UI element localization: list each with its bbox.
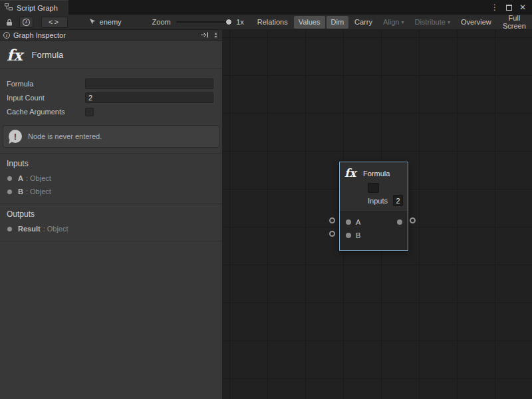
port-row-b: B — [340, 230, 408, 240]
info-button[interactable]: i — [19, 17, 33, 28]
input-port-a-icon[interactable] — [346, 219, 351, 225]
dim-button[interactable]: Dim — [327, 16, 349, 29]
node-fields: Formula Input Count Cache Arguments — [0, 69, 222, 117]
node-title: Formula — [363, 170, 390, 178]
node-inputs-count[interactable]: 2 — [393, 195, 403, 206]
script-graph-icon — [5, 3, 13, 12]
graph-toolbar: i <> enemy Zoom 1x Relations Values Dim … — [0, 15, 532, 30]
spinner-control[interactable]: ▴ ▾ — [213, 31, 219, 40]
lock-button[interactable] — [3, 17, 16, 28]
port-name: Result — [18, 225, 41, 233]
input-port-b-icon[interactable] — [346, 233, 351, 238]
distribute-dropdown[interactable]: Distribute ▾ — [410, 16, 454, 29]
lock-icon — [6, 19, 13, 26]
carry-button[interactable]: Carry — [350, 16, 377, 29]
output-port-result: Result : Object — [0, 222, 222, 235]
inputs-header: Inputs — [0, 154, 222, 172]
zoom-value: 1x — [236, 18, 244, 26]
graph-inspector-panel: i Graph Inspector ▴ ▾ fx Formula Formula — [0, 30, 223, 399]
port-dot-icon — [7, 227, 12, 231]
menu-icon[interactable]: ⋮ — [491, 3, 499, 12]
port-type: : Object — [26, 174, 51, 182]
tab-script-graph[interactable]: Script Graph — [0, 0, 68, 15]
input-port-a: A : Object — [0, 172, 222, 185]
zoom-label: Zoom — [152, 18, 171, 26]
node-inputs-label: Inputs — [368, 197, 388, 205]
port-type: : Object — [43, 225, 68, 233]
graph-target[interactable]: enemy — [89, 18, 122, 27]
input-count-input[interactable] — [85, 92, 213, 103]
outputs-header: Outputs — [0, 204, 222, 222]
node-header-block: fx Formula — [0, 41, 222, 69]
divider — [0, 241, 222, 241]
node-formula-input[interactable] — [368, 183, 379, 193]
inspector-header: i Graph Inspector ▴ ▾ — [0, 30, 222, 41]
port-row-a: A — [340, 217, 408, 227]
dock-icon[interactable] — [201, 31, 209, 39]
info-icon: i — [3, 32, 10, 39]
connection-point-icon[interactable] — [410, 217, 416, 223]
formula-field-label: Formula — [7, 80, 85, 88]
values-button[interactable]: Values — [294, 16, 325, 29]
warning-box: ! Node is never entered. — [3, 125, 219, 148]
port-dot-icon — [7, 190, 12, 194]
fx-icon: fx — [7, 46, 23, 64]
script-machine-icon — [89, 18, 96, 27]
connection-point-icon[interactable] — [329, 217, 335, 223]
warning-icon: ! — [9, 130, 22, 143]
fx-icon: fx — [344, 166, 356, 180]
overview-button[interactable]: Overview — [456, 16, 496, 29]
info-icon: i — [23, 19, 30, 26]
distribute-label: Distribute — [414, 18, 445, 26]
port-name: B — [18, 188, 23, 196]
code-icon: <> — [49, 18, 60, 26]
inspector-node-title: Formula — [32, 50, 64, 60]
relations-button[interactable]: Relations — [253, 16, 293, 29]
graph-canvas[interactable]: fx Formula Inputs 2 A B — [223, 30, 532, 399]
align-label: Align — [383, 18, 399, 26]
inspector-title: Graph Inspector — [13, 31, 198, 39]
zoom-slider-handle[interactable] — [225, 19, 232, 25]
inspector-header-controls: ▴ ▾ — [201, 31, 219, 40]
chevron-down-icon: ▾ — [448, 19, 450, 25]
formula-field-input[interactable] — [85, 78, 213, 89]
align-dropdown[interactable]: Align ▾ — [378, 16, 408, 29]
full-screen-button[interactable]: Full Screen — [497, 16, 531, 29]
formula-node[interactable]: fx Formula Inputs 2 A B — [339, 162, 408, 251]
port-dot-icon — [7, 176, 12, 181]
port-type: : Object — [26, 188, 51, 196]
input-count-row: Input Count — [7, 92, 213, 103]
input-port-b: B : Object — [0, 185, 222, 198]
port-name: A — [18, 174, 23, 182]
tab-label: Script Graph — [17, 4, 58, 12]
zoom-slider[interactable] — [176, 21, 229, 23]
connection-point-icon[interactable] — [329, 231, 335, 237]
chevron-down-icon: ▾ — [401, 19, 404, 25]
cache-arguments-checkbox[interactable] — [85, 108, 94, 116]
close-icon[interactable]: ✕ — [519, 3, 527, 12]
spinner-down-icon: ▾ — [215, 35, 217, 39]
maximize-icon[interactable] — [505, 3, 513, 12]
output-port-result-icon[interactable] — [397, 219, 402, 225]
input-count-label: Input Count — [7, 94, 85, 102]
toolbar-toggle-group: Relations Values Dim Carry Align ▾ Distr… — [252, 15, 532, 29]
graph-target-label: enemy — [100, 18, 122, 26]
code-view-button[interactable]: <> — [41, 17, 68, 28]
maximize-glyph — [506, 5, 512, 11]
warning-text: Node is never entered. — [28, 132, 102, 140]
port-b-label: B — [356, 231, 360, 239]
node-ports-section: A B — [340, 211, 408, 250]
formula-field-row: Formula — [7, 78, 213, 89]
cache-arguments-label: Cache Arguments — [7, 108, 85, 116]
window-tab-bar: Script Graph ⋮ ✕ — [0, 0, 532, 15]
cache-arguments-row: Cache Arguments — [7, 106, 213, 117]
port-a-label: A — [356, 218, 360, 226]
window-controls: ⋮ ✕ — [491, 0, 532, 15]
